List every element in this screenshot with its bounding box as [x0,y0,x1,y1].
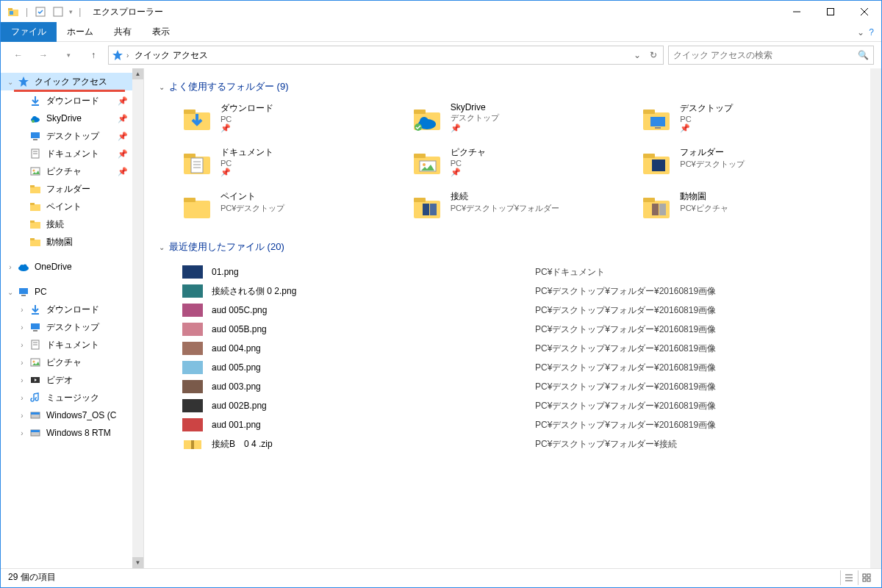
sidebar-pc-item-6[interactable]: ›Windows7_OS (C [1,406,132,424]
file-row-6[interactable]: aud 003.pngPC¥デスクトップ¥フォルダー¥20160819画像 [181,377,856,396]
sidebar-item-6[interactable]: ペイント [1,198,132,215]
forward-button[interactable]: → [33,45,54,65]
folder-item-5[interactable]: フォルダーPC¥デスクトップ [640,146,856,179]
chevron-right-icon[interactable]: › [17,306,27,314]
sidebar-scrollbar[interactable]: ▲ ▼ [132,68,143,568]
sidebar-pc-item-7[interactable]: ›Windows 8 RTM [1,424,132,442]
file-row-2[interactable]: aud 005C.pngPC¥デスクトップ¥フォルダー¥20160819画像 [181,301,856,320]
sidebar-item-8[interactable]: 動物園 [1,233,132,251]
folder-item-1[interactable]: SkyDriveデスクトップ📌 [411,102,626,135]
quick-access-dropdown-icon[interactable] [51,5,65,18]
folder-name: デスクトップ [680,102,733,115]
chevron-right-icon[interactable]: › [17,341,27,349]
svg-rect-71 [643,154,655,158]
ribbon-tab-view[interactable]: 表示 [142,22,180,42]
sidebar-item-4[interactable]: ピクチャ📌 [1,162,132,180]
back-button[interactable]: ← [8,45,29,65]
chevron-right-icon[interactable]: › [17,376,27,384]
address-chevron-icon[interactable]: › [126,51,129,60]
address-dropdown-icon[interactable]: ⌄ [631,50,644,60]
search-input[interactable] [673,50,858,60]
ribbon-tab-share[interactable]: 共有 [104,22,142,42]
sidebar-pc-item-5[interactable]: ›ミュージック [1,389,132,406]
scroll-down-icon[interactable]: ▼ [132,557,143,568]
sidebar-pc-item-2[interactable]: ›ドキュメント [1,336,132,354]
minimize-button[interactable] [780,1,814,23]
up-button[interactable]: ↑ [83,45,104,65]
chevron-right-icon[interactable]: › [17,429,27,437]
sidebar-item-7[interactable]: 接続 [1,215,132,233]
folder-item-8[interactable]: 動物園PC¥ピクチャ [640,190,856,223]
file-row-9[interactable]: 接続B 0 4 .zipPC¥デスクトップ¥フォルダー¥接続 [181,434,856,453]
file-thumbnail-icon [181,418,204,431]
folder-item-0[interactable]: ダウンロードPC📌 [181,102,396,135]
chevron-down-icon[interactable]: ⌄ [159,83,165,91]
chevron-right-icon[interactable]: › [17,394,27,402]
chevron-down-icon[interactable]: ⌄ [5,288,15,296]
svg-rect-91 [182,418,203,431]
close-button[interactable] [847,1,881,23]
content-scrollbar[interactable] [870,68,881,568]
search-box[interactable]: 🔍 [668,46,874,65]
maximize-button[interactable] [814,1,847,23]
section-frequent-folders[interactable]: ⌄ よく使用するフォルダー (9) [159,80,856,93]
folder-item-4[interactable]: ピクチャPC📌 [411,146,626,179]
file-row-4[interactable]: aud 004.pngPC¥デスクトップ¥フォルダー¥20160819画像 [181,339,856,358]
file-row-3[interactable]: aud 005B.pngPC¥デスクトップ¥フォルダー¥20160819画像 [181,320,856,339]
svg-rect-16 [33,139,37,140]
file-path: PC¥ドキュメント [535,266,605,279]
chevron-right-icon[interactable]: › [5,263,15,271]
file-row-1[interactable]: 接続される側 0 2.pngPC¥デスクトップ¥フォルダー¥20160819画像 [181,282,856,301]
pin-icon: 📌 [451,168,486,177]
folder-location: PC¥デスクトップ¥フォルダー [451,203,560,214]
sidebar-pc-item-1[interactable]: ›デスクトップ [1,318,132,336]
sidebar-item-5[interactable]: フォルダー [1,180,132,198]
sidebar-pc-item-3[interactable]: ›ピクチャ [1,354,132,371]
details-view-button[interactable] [840,570,856,585]
file-row-5[interactable]: aud 005.pngPC¥デスクトップ¥フォルダー¥20160819画像 [181,358,856,377]
chevron-down-icon[interactable]: ⌄ [5,78,15,86]
ribbon-expand-icon[interactable]: ⌄ [857,27,864,37]
scroll-up-icon[interactable]: ▲ [132,68,143,79]
file-path: PC¥デスクトップ¥フォルダー¥20160819画像 [535,419,716,431]
file-name: aud 003.png [212,381,535,392]
file-tab[interactable]: ファイル [1,22,57,42]
svg-rect-82 [659,204,666,215]
chevron-down-icon[interactable]: ⌄ [159,243,165,251]
properties-icon[interactable] [34,5,47,18]
thumbnails-view-button[interactable] [858,570,874,585]
file-thumbnail-icon [181,399,204,412]
file-row-7[interactable]: aud 002B.pngPC¥デスクトップ¥フォルダー¥20160819画像 [181,396,856,415]
sidebar-quick-access[interactable]: ⌄ クイック アクセス [1,73,132,90]
sidebar-item-3[interactable]: ドキュメント📌 [1,145,132,162]
ribbon-tab-home[interactable]: ホーム [57,22,104,42]
chevron-right-icon[interactable]: › [17,412,27,420]
qat-dropdown-icon[interactable]: ▾ [69,8,73,15]
sidebar-pc[interactable]: ⌄ PC [1,283,132,301]
sidebar-item-1[interactable]: SkyDrive📌 [1,110,132,127]
file-row-0[interactable]: 01.pngPC¥ドキュメント [181,262,856,282]
recent-dropdown-icon[interactable]: ▾ [58,45,79,65]
file-row-8[interactable]: aud 001.pngPC¥デスクトップ¥フォルダー¥20160819画像 [181,415,856,434]
section-recent-files[interactable]: ⌄ 最近使用したファイル (20) [159,240,856,254]
folder-item-3[interactable]: ドキュメントPC📌 [181,146,396,179]
help-icon[interactable]: ? [869,27,874,37]
sidebar-item-2[interactable]: デスクトップ📌 [1,127,132,145]
section-title: 最近使用したファイル (20) [169,240,284,254]
folder-item-7[interactable]: 接続PC¥デスクトップ¥フォルダー [411,190,626,223]
chevron-right-icon[interactable]: › [17,323,27,331]
sidebar-onedrive[interactable]: › OneDrive [1,258,132,276]
folder-item-6[interactable]: ペイントPC¥デスクトップ [181,190,396,223]
chevron-right-icon[interactable]: › [17,359,27,367]
folder-item-2[interactable]: デスクトップPC📌 [640,102,856,135]
sidebar-pc-item-4[interactable]: ›ビデオ [1,371,132,389]
tree-icon [29,182,42,196]
file-name: aud 005C.png [212,305,535,315]
sidebar-item-0[interactable]: ダウンロード📌 [1,92,132,110]
refresh-icon[interactable]: ↻ [647,50,660,60]
folder-location: PC [451,159,486,168]
search-icon[interactable]: 🔍 [858,50,869,60]
svg-point-14 [32,120,35,123]
address-bar[interactable]: › クイック アクセス ⌄ ↻ [108,46,664,65]
sidebar-pc-item-0[interactable]: ›ダウンロード [1,301,132,318]
